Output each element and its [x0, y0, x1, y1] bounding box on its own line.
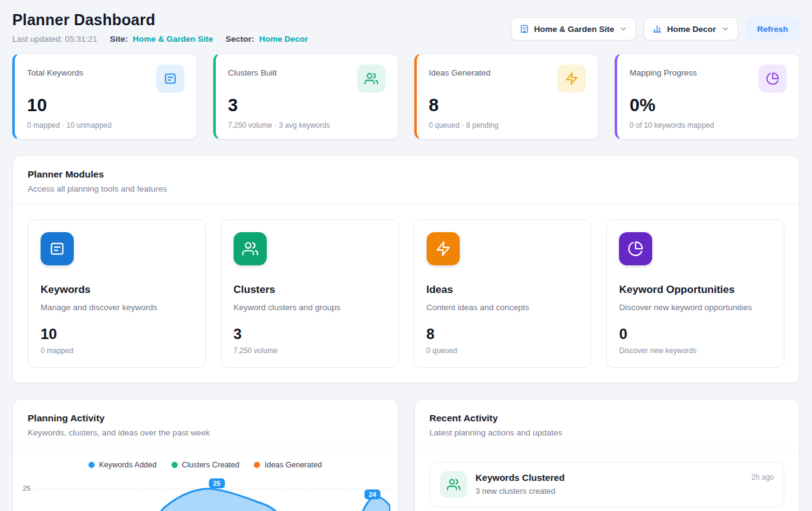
section-title: Planner Modules	[28, 169, 784, 180]
legend-label: Keywords Added	[99, 461, 157, 469]
module-detail: 0 queued	[427, 346, 579, 355]
pie-chart-icon	[619, 232, 652, 265]
activity-item-title: Keywords Clustered	[476, 472, 743, 483]
point-label-badge: 25	[208, 478, 224, 488]
planning-activity-header: Planning Activity Keywords, clusters, an…	[13, 400, 398, 448]
building-icon	[519, 24, 529, 34]
bolt-icon	[427, 232, 460, 265]
section-subtitle: Access all planning tools and features	[28, 184, 784, 193]
module-title: Keywords	[41, 284, 193, 296]
planner-modules-header: Planner Modules Access all planning tool…	[13, 156, 799, 205]
planning-activity-chart: 25 25 24	[13, 477, 398, 511]
activity-list-item: Keywords Clustered 3 new clusters create…	[430, 462, 785, 507]
site-selector-label: Home & Garden Site	[534, 25, 615, 34]
section-title: Recent Activity	[430, 413, 785, 424]
activity-item-timestamp: 2h ago	[751, 473, 774, 482]
sector-label: Sector:	[226, 34, 254, 44]
activity-item-text: Keywords Clustered 3 new clusters create…	[476, 471, 743, 496]
refresh-button[interactable]: Refresh	[746, 17, 800, 41]
section-subtitle: Latest planning actions and updates	[430, 428, 785, 437]
legend-label: Ideas Generated	[264, 461, 321, 469]
legend-dot	[254, 462, 260, 468]
activity-item-detail: 3 new clusters created	[476, 486, 743, 496]
module-title: Clusters	[234, 284, 386, 296]
pie-chart-icon	[759, 64, 787, 93]
document-icon	[156, 64, 184, 93]
site-link[interactable]: Home & Garden Site	[133, 34, 213, 44]
recent-activity-panel: Recent Activity Latest planning actions …	[414, 399, 800, 511]
stats-row: Total Keywords 10 0 mapped · 10 unmapped…	[12, 53, 800, 139]
chevron-down-icon	[619, 25, 628, 33]
recent-activity-header: Recent Activity Latest planning actions …	[415, 400, 800, 448]
stat-value: 10	[27, 95, 184, 115]
module-card-keywords[interactable]: Keywords Manage and discover keywords 10…	[28, 219, 206, 368]
planning-activity-panel: Planning Activity Keywords, clusters, an…	[12, 399, 398, 511]
recent-activity-list: Keywords Clustered 3 new clusters create…	[415, 448, 800, 511]
y-axis-tick: 25	[23, 485, 31, 492]
stat-card-total-keywords: Total Keywords 10 0 mapped · 10 unmapped	[12, 53, 197, 139]
module-title: Ideas	[427, 284, 579, 296]
stat-detail: 0 queued · 8 pending	[429, 121, 586, 130]
stat-value: 0%	[629, 95, 787, 115]
site-label: Site:	[110, 34, 128, 44]
stat-label: Clusters Built	[228, 64, 277, 77]
users-icon	[440, 471, 467, 498]
stat-value: 3	[228, 95, 385, 115]
stat-card-clusters-built: Clusters Built 3 7,250 volume · 3 avg ke…	[213, 53, 398, 139]
module-value: 0	[619, 326, 771, 343]
module-title: Keyword Opportunities	[619, 284, 771, 296]
module-description: Discover new keyword opportunities	[619, 303, 771, 312]
planner-dashboard-page: Planner Dashboard Last updated: 05:31:21…	[0, 0, 812, 511]
module-card-clusters[interactable]: Clusters Keyword clusters and groups 3 7…	[221, 219, 399, 368]
meta-separator: ·	[218, 34, 221, 44]
header-actions: Home & Garden Site Home Decor Refresh	[511, 17, 800, 41]
page-header: Planner Dashboard Last updated: 05:31:21…	[12, 11, 800, 44]
legend-dot	[89, 462, 95, 468]
legend-ideas-generated: Ideas Generated	[254, 461, 321, 469]
stat-label: Mapping Progress	[629, 64, 697, 77]
planner-modules-panel: Planner Modules Access all planning tool…	[12, 155, 800, 383]
section-title: Planning Activity	[28, 413, 383, 424]
stat-detail: 0 mapped · 10 unmapped	[27, 121, 184, 130]
document-icon	[41, 232, 74, 265]
bottom-row: Planning Activity Keywords, clusters, an…	[12, 399, 800, 511]
module-value: 10	[41, 326, 193, 343]
module-detail: 7,250 volume	[234, 346, 386, 355]
chevron-down-icon	[721, 25, 730, 33]
last-updated-text: Last updated: 05:31:21	[12, 34, 97, 44]
modules-grid: Keywords Manage and discover keywords 10…	[13, 205, 799, 383]
header-left: Planner Dashboard Last updated: 05:31:21…	[12, 11, 308, 44]
stat-value: 8	[429, 95, 586, 115]
stat-card-mapping-progress: Mapping Progress 0% 0 of 10 keywords map…	[615, 53, 800, 139]
sector-link[interactable]: Home Decor	[259, 34, 308, 44]
page-title: Planner Dashboard	[12, 11, 308, 29]
bolt-icon	[558, 64, 586, 93]
users-icon	[234, 232, 267, 265]
legend-dot	[171, 462, 178, 468]
module-value: 3	[234, 326, 386, 343]
users-icon	[357, 64, 385, 93]
module-description: Content ideas and concepts	[427, 303, 579, 312]
module-detail: 0 mapped	[41, 346, 193, 355]
module-value: 8	[427, 326, 579, 343]
stat-label: Ideas Generated	[429, 64, 491, 77]
point-label-badge: 24	[365, 490, 380, 499]
stat-card-ideas-generated: Ideas Generated 8 0 queued · 8 pending	[414, 53, 599, 139]
module-description: Keyword clusters and groups	[234, 303, 386, 312]
legend-keywords-added: Keywords Added	[89, 461, 157, 469]
stat-detail: 0 of 10 keywords mapped	[629, 121, 787, 130]
bar-chart-icon	[652, 24, 662, 34]
sector-selector-label: Home Decor	[667, 25, 716, 34]
chart-legend: Keywords Added Clusters Created Ideas Ge…	[13, 461, 398, 469]
stat-detail: 7,250 volume · 3 avg keywords	[228, 121, 385, 130]
module-card-ideas[interactable]: Ideas Content ideas and concepts 8 0 que…	[414, 219, 592, 368]
section-subtitle: Keywords, clusters, and ideas over the p…	[28, 428, 383, 437]
legend-label: Clusters Created	[182, 461, 240, 469]
sector-selector-dropdown[interactable]: Home Decor	[644, 17, 738, 41]
stat-label: Total Keywords	[27, 64, 84, 77]
module-detail: Discover new keywords	[619, 346, 771, 355]
module-card-keyword-opportunities[interactable]: Keyword Opportunities Discover new keywo…	[606, 219, 784, 368]
site-selector-dropdown[interactable]: Home & Garden Site	[511, 17, 637, 41]
meta-separator: ·	[102, 34, 105, 44]
module-description: Manage and discover keywords	[41, 303, 193, 312]
